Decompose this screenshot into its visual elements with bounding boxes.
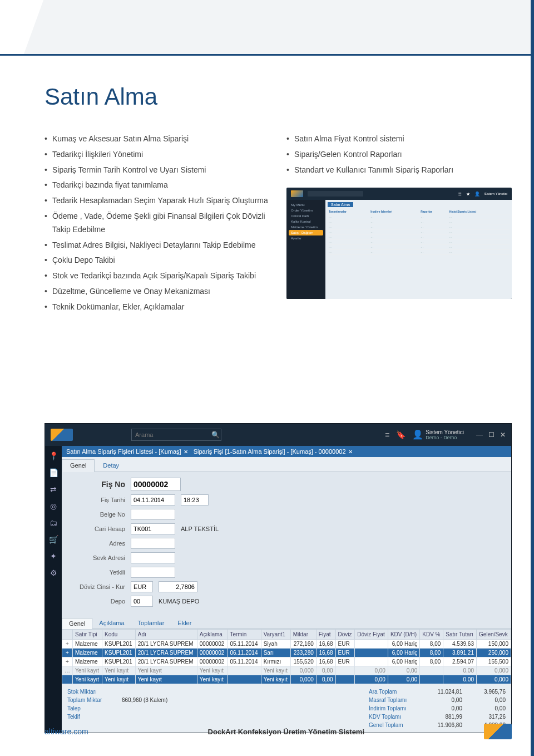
logo-icon bbox=[51, 429, 73, 441]
material-icon[interactable]: 🗂 bbox=[50, 518, 57, 527]
cari-kod-input[interactable] bbox=[131, 523, 175, 534]
feature-item: Teknik Dokümanlar, Ekler, Açıklamalar bbox=[44, 301, 270, 314]
sidebar-item[interactable]: Ayarlar bbox=[289, 235, 323, 241]
line-grid[interactable]: Satır TipiKoduAdıAçıklamaTerminVaryant1M… bbox=[62, 629, 511, 684]
doviz-kod-input[interactable] bbox=[131, 581, 153, 592]
table-row[interactable]: +MalzemeKSUPL20120/1 LYCRA SÜPREM0000000… bbox=[62, 657, 511, 666]
close-icon[interactable]: ✕ bbox=[348, 449, 353, 455]
column-header[interactable]: Döviz Fiyat bbox=[355, 630, 388, 640]
search-input[interactable] bbox=[132, 431, 210, 438]
star-icon[interactable] bbox=[466, 192, 470, 197]
settings-icon[interactable]: ⚙ bbox=[50, 568, 57, 577]
feature-item: Stok ve Tedarikçi bazında Açık Sipariş/K… bbox=[44, 269, 270, 283]
user-name: Sistem Yönetici bbox=[426, 429, 464, 435]
logo-icon bbox=[291, 190, 303, 197]
yetkili-label: Yetkili bbox=[70, 569, 125, 576]
sidebar-item[interactable]: Malzeme Yönetim bbox=[289, 224, 323, 230]
user-menu[interactable]: 👤 Sistem Yönetici Demo - Demo bbox=[412, 429, 464, 441]
right-border bbox=[531, 0, 534, 756]
adres-label: Adres bbox=[70, 540, 125, 547]
doc-tab-1[interactable]: Satın Alma Sipariş Fişleri Listesi - [Ku… bbox=[66, 448, 188, 455]
page-title: Satın Alma bbox=[44, 84, 512, 110]
column-header[interactable]: Termin bbox=[228, 630, 261, 640]
sidebar-item[interactable]: Critical Path bbox=[289, 213, 323, 219]
column-header[interactable]: Gelen/Sevk bbox=[476, 630, 511, 640]
feature-item: Kumaş ve Aksesuar Satın Alma Siparişi bbox=[44, 132, 270, 146]
close-icon[interactable]: ✕ bbox=[184, 449, 188, 455]
search-box[interactable]: 🔍 bbox=[131, 429, 221, 441]
table-row-new[interactable]: Yeni kayıtYeni kayıtYeni kayıtYeni kayıt… bbox=[62, 675, 511, 684]
sidebar-item[interactable]: Kalite Kontrol bbox=[289, 219, 323, 224]
sidebar-item[interactable]: Order Yönetim bbox=[289, 208, 323, 213]
table-row[interactable]: +MalzemeKSUPL20120/1 LYCRA SÜPREM0000000… bbox=[62, 649, 511, 657]
column-header[interactable]: Satır Tutarı bbox=[443, 630, 477, 640]
column-header[interactable]: Miktar bbox=[290, 630, 316, 640]
pin-icon[interactable]: 📍 bbox=[49, 451, 58, 460]
sales-icon[interactable]: ✦ bbox=[50, 552, 57, 561]
quality-icon[interactable]: ◎ bbox=[50, 502, 57, 510]
menu-icon[interactable]: ≡ bbox=[385, 430, 389, 439]
close-button[interactable]: ✕ bbox=[500, 431, 506, 439]
tab-detay[interactable]: Detay bbox=[95, 459, 127, 472]
depo-kod-input[interactable] bbox=[131, 596, 153, 607]
column-header[interactable]: Satır Tipi bbox=[73, 630, 102, 640]
path-icon[interactable]: ⇄ bbox=[50, 485, 57, 494]
maximize-button[interactable]: ☐ bbox=[488, 431, 495, 439]
sidebar-item[interactable]: My Menu bbox=[289, 202, 323, 208]
menu-icon[interactable] bbox=[458, 191, 462, 197]
column-header[interactable]: Döviz bbox=[335, 630, 355, 640]
feature-item: Tedarik Hesaplamadan Seçim Yaparak Hızlı… bbox=[44, 194, 270, 208]
column-header[interactable]: Kodu bbox=[102, 630, 136, 640]
document-tabs: Satın Alma Sipariş Fişleri Listesi - [Ku… bbox=[62, 446, 511, 457]
fis-saat-input[interactable] bbox=[181, 494, 209, 505]
minimize-button[interactable]: — bbox=[476, 431, 483, 439]
app-window: 🔍 ≡ 🔖 👤 Sistem Yönetici Demo - Demo — ☐ … bbox=[44, 423, 512, 733]
bookmark-icon[interactable]: 🔖 bbox=[396, 430, 406, 439]
tab-genel[interactable]: Genel bbox=[62, 459, 95, 472]
orders-icon[interactable]: 📄 bbox=[49, 468, 58, 477]
belge-no-input[interactable] bbox=[131, 509, 175, 520]
tab-genel2[interactable]: Genel bbox=[62, 618, 92, 629]
column-header[interactable] bbox=[62, 630, 73, 640]
app-thumbnail: Sistem Yönetici My MenuOrder YönetimCrit… bbox=[286, 188, 512, 299]
fis-no-label: Fiş No bbox=[70, 480, 125, 489]
toplam-value: 660,960 (3 Kalem) bbox=[122, 696, 167, 704]
page-footer: altiware.com DockArt Konfeksiyon Üretim … bbox=[44, 724, 512, 739]
search-input[interactable] bbox=[308, 191, 363, 197]
sidebar-item[interactable]: Satış - Dağıtım bbox=[289, 230, 323, 235]
cari-label: Cari Hesap bbox=[70, 526, 125, 532]
breadcrumb: Satın Alma bbox=[328, 202, 353, 207]
yetkili-input[interactable] bbox=[131, 567, 175, 578]
column-header[interactable]: Fiyat bbox=[316, 630, 335, 640]
talep-label: Talep bbox=[67, 704, 117, 713]
icon-sidebar[interactable]: 📍 📄 ⇄ ◎ 🗂 🛒 ✦ ⚙ bbox=[45, 446, 62, 733]
fis-tarihi-input[interactable] bbox=[131, 494, 175, 505]
user-icon[interactable] bbox=[474, 192, 480, 197]
feature-item: Teslimat Adres Bilgisi, Nakliyeci Detayl… bbox=[44, 239, 270, 252]
tab-ekler[interactable]: Ekler bbox=[171, 618, 198, 629]
search-icon[interactable]: 🔍 bbox=[210, 431, 221, 439]
feature-list-right: Satın Alma Fiyat Kontrol sistemiSipariş/… bbox=[286, 132, 512, 176]
column-header[interactable]: Açıklama bbox=[197, 630, 228, 640]
doviz-label: Döviz Cinsi - Kur bbox=[70, 583, 125, 590]
feature-item: Ödeme , Vade, Ödeme Şekli gibi Finansal … bbox=[44, 210, 270, 237]
column-header[interactable]: Adı bbox=[135, 630, 197, 640]
table-row-new[interactable]: …Yeni kayıtYeni kayıtYeni kayıtYeni kayı… bbox=[62, 666, 511, 675]
table-row[interactable]: +MalzemeKSUPL20120/1 LYCRA SÜPREM0000000… bbox=[62, 640, 511, 649]
tab-toplamlar[interactable]: Toplamlar bbox=[131, 618, 171, 629]
sidebar[interactable]: My MenuOrder YönetimCritical PathKalite … bbox=[286, 200, 325, 299]
top-banner bbox=[0, 0, 534, 56]
sevk-input[interactable] bbox=[131, 552, 175, 563]
column-header[interactable]: KDV (D/H) bbox=[388, 630, 419, 640]
total-row: Ara Toplam11.024,813.965,76 bbox=[369, 688, 506, 696]
feature-item: Standart ve Kullanıcı Tanımlı Sipariş Ra… bbox=[286, 164, 512, 177]
column-header[interactable]: Varyant1 bbox=[261, 630, 290, 640]
column-header[interactable]: KDV % bbox=[420, 630, 443, 640]
adres-input[interactable] bbox=[131, 538, 175, 549]
feature-list-left: Kumaş ve Aksesuar Satın Alma SiparişiTed… bbox=[44, 132, 270, 314]
doc-tab-2[interactable]: Sipariş Fişi [1-Satın Alma Siparişi] - [… bbox=[194, 448, 353, 455]
fis-no-input[interactable] bbox=[131, 478, 181, 491]
cart-icon[interactable]: 🛒 bbox=[49, 535, 58, 544]
doviz-kur-input[interactable] bbox=[159, 581, 197, 592]
tab-aciklama[interactable]: Açıklama bbox=[92, 618, 131, 629]
